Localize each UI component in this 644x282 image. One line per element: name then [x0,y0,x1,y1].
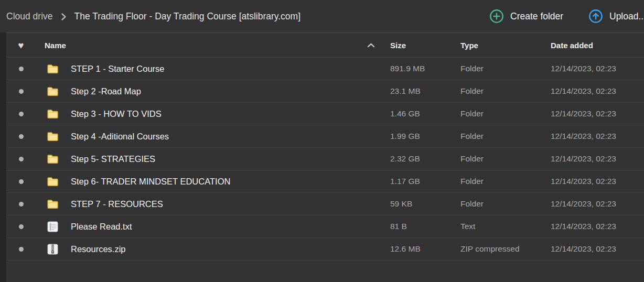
file-icon-cell [46,238,59,260]
file-type: Folder [460,58,484,80]
file-name[interactable]: Please Read.txt [71,215,132,237]
folder-icon [47,86,59,96]
file-date-added: 12/14/2023, 02:23 [551,193,616,215]
create-folder-button[interactable]: Create folder [489,0,563,32]
file-icon-cell [46,80,59,102]
size-column-header[interactable]: Size [390,33,406,57]
table-row[interactable]: STEP 7 - RESOURCES 59 KB Folder 12/14/20… [6,193,644,215]
breadcrumb: Cloud drive The Trading Floor - Day Trad… [6,0,300,32]
file-date-added: 12/14/2023, 02:23 [551,58,616,80]
favorite-cell [16,58,26,80]
favorite-cell [16,193,26,215]
favorite-cell [16,80,26,102]
file-size: 1.99 GB [390,125,420,147]
arrow-up-circle-icon [588,9,603,24]
plus-circle-icon [489,9,504,24]
file-size: 12.6 MB [390,238,421,260]
table-row[interactable]: Step 3 - HOW TO VIDS 1.46 GB Folder 12/1… [6,103,644,125]
topbar: Cloud drive The Trading Floor - Day Trad… [0,0,644,32]
file-name[interactable]: Step 3 - HOW TO VIDS [71,103,162,125]
file-date-added: 12/14/2023, 02:23 [551,148,616,170]
folder-icon [47,64,59,74]
file-date-added: 12/14/2023, 02:23 [551,103,616,125]
file-size: 23.1 MB [390,80,421,102]
file-name[interactable]: STEP 1 - Starter Course [71,58,165,80]
file-type: Folder [460,80,484,102]
file-icon-cell [46,125,59,147]
file-date-added: 12/14/2023, 02:23 [551,170,616,192]
file-type: ZIP compressed [460,238,520,260]
table-header: ♥ Name Size Type Date added [6,33,644,58]
favorite-cell [16,103,26,125]
file-icon-cell [46,170,59,192]
folder-icon [47,109,59,119]
file-icon-cell [46,193,59,215]
type-column-header[interactable]: Type [460,33,478,57]
file-size: 81 B [390,215,407,237]
favorite-cell [16,215,26,237]
upload-label: Upload... [609,11,644,22]
status-dot-icon [19,89,24,94]
file-icon-cell [46,215,59,237]
file-list: STEP 1 - Starter Course 891.9 MB Folder … [6,58,644,261]
file-type: Folder [460,103,484,125]
table-row[interactable]: Step 5- STRATEGIES 2.32 GB Folder 12/14/… [6,148,644,170]
file-table: ♥ Name Size Type Date added STEP 1 - Sta… [6,32,644,282]
sort-ascending-icon[interactable] [367,33,375,57]
file-name[interactable]: Step 5- STRATEGIES [71,148,155,170]
file-name[interactable]: Step 2 -Road Map [71,80,141,102]
date-added-column-header[interactable]: Date added [551,33,593,57]
folder-icon [47,154,59,164]
upload-button[interactable]: Upload... [588,0,644,32]
status-dot-icon [19,224,24,229]
file-type: Folder [460,170,484,192]
file-size: 891.9 MB [390,58,425,80]
status-dot-icon [19,67,24,71]
file-name[interactable]: Step 4 -Aditional Courses [71,125,169,147]
status-dot-icon [19,247,24,252]
create-folder-label: Create folder [510,11,563,22]
status-dot-icon [19,157,24,161]
file-date-added: 12/14/2023, 02:23 [551,238,616,260]
breadcrumb-current: The Trading Floor - Day Trading Course [… [74,11,301,22]
chevron-right-icon [61,13,67,21]
file-icon-cell [46,148,59,170]
table-row[interactable]: Please Read.txt 81 B Text 12/14/2023, 02… [6,215,644,238]
folder-icon [47,199,59,209]
status-dot-icon [19,202,24,207]
favorite-cell [16,170,26,192]
favorite-cell [16,238,26,260]
file-size: 1.46 GB [390,103,420,125]
status-dot-icon [19,112,24,116]
file-date-added: 12/14/2023, 02:23 [551,80,616,102]
file-type: Folder [460,125,484,147]
file-size: 2.32 GB [390,148,420,170]
file-name[interactable]: Resources.zip [71,238,126,260]
name-column-header[interactable]: Name [45,33,66,57]
folder-icon [47,177,59,187]
zip-file-icon [47,244,58,255]
table-row[interactable]: Step 2 -Road Map 23.1 MB Folder 12/14/20… [6,80,644,103]
file-name[interactable]: Step 6- TRADER MINDSET EDUCATION [71,170,230,192]
file-type: Folder [460,148,484,170]
status-dot-icon [19,134,24,139]
breadcrumb-root[interactable]: Cloud drive [6,11,53,22]
file-date-added: 12/14/2023, 02:23 [551,215,616,237]
folder-icon [47,132,59,142]
file-date-added: 12/14/2023, 02:23 [551,125,616,147]
status-dot-icon [19,179,24,184]
table-row[interactable]: Resources.zip 12.6 MB ZIP compressed 12/… [6,238,644,261]
file-type: Folder [460,193,484,215]
file-icon-cell [46,58,59,80]
favorite-cell [16,125,26,147]
file-icon-cell [46,103,59,125]
table-row[interactable]: Step 6- TRADER MINDSET EDUCATION 1.17 GB… [6,170,644,193]
table-row[interactable]: STEP 1 - Starter Course 891.9 MB Folder … [6,58,644,80]
table-row[interactable]: Step 4 -Aditional Courses 1.99 GB Folder… [6,125,644,148]
favorite-cell [16,148,26,170]
file-name[interactable]: STEP 7 - RESOURCES [71,193,163,215]
file-type: Text [460,215,475,237]
favorites-column-header[interactable]: ♥ [16,33,26,57]
text-file-icon [47,221,58,232]
file-size: 59 KB [390,193,412,215]
